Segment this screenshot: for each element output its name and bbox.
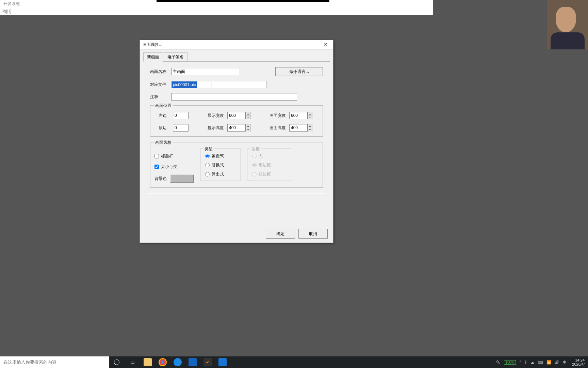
screen-name-input[interactable] xyxy=(171,68,239,75)
tray-chevron-icon[interactable]: ˄ xyxy=(519,360,521,365)
style-legend: 画面风格 xyxy=(154,140,173,145)
command-language-button[interactable]: 命令语言... xyxy=(275,67,323,76)
taskbar-app-blue1[interactable] xyxy=(170,356,185,368)
taskbar-app-chrome[interactable] xyxy=(155,356,170,368)
file-input[interactable]: pic00001.pic xyxy=(171,81,266,88)
top-input[interactable] xyxy=(173,124,189,132)
task-view-icon[interactable]: ▭ xyxy=(125,356,140,368)
dialog-titlebar[interactable]: 画面属性... ✕ xyxy=(140,40,333,50)
clock-date: 2020/4/ xyxy=(572,362,585,366)
left-input[interactable] xyxy=(173,112,189,119)
label-screen-w: 画面宽度 xyxy=(268,113,287,119)
spin-up-icon[interactable]: ▲ xyxy=(308,124,312,128)
top-bar xyxy=(157,0,329,2)
taskbar-app-orange[interactable]: ✔ xyxy=(200,356,215,368)
screen-height-stepper[interactable]: ▲▼ xyxy=(289,124,312,132)
taskbar: 在这里输入你要搜索的内容 ▭ ✔ 🔌 100% ˄ ᛒ ☁ ⌨ 📶 🔊 中 14… xyxy=(0,356,588,368)
label-top: 顶边 xyxy=(154,125,171,131)
webcam-overlay xyxy=(547,0,588,49)
bgcolor-label: 背景色 xyxy=(154,176,167,182)
bgcolor-swatch[interactable] xyxy=(170,174,194,183)
label-disp-w: 显示宽度 xyxy=(206,113,225,119)
menu-item[interactable]: 动[H] xyxy=(0,7,433,15)
display-width-input[interactable] xyxy=(227,112,246,119)
spin-down-icon[interactable]: ▼ xyxy=(246,128,250,132)
radio-cover[interactable]: 覆盖式 xyxy=(205,153,236,159)
display-height-input[interactable] xyxy=(227,124,246,132)
ime-indicator[interactable]: 中 xyxy=(563,360,567,365)
label-left: 左边 xyxy=(154,113,171,119)
radio-border-none: 无 xyxy=(252,153,286,159)
display-height-stepper[interactable]: ▲▼ xyxy=(227,124,250,132)
radio-border-thick: 粗边框 xyxy=(252,171,286,177)
clock-time: 14:24 xyxy=(572,358,585,362)
radio-border-thin: 细边框 xyxy=(252,162,286,168)
screen-width-input[interactable] xyxy=(289,112,308,119)
ok-button[interactable]: 确定 xyxy=(266,229,295,239)
label-disp-h: 显示高度 xyxy=(206,125,225,131)
system-tray: 🔌 100% ˄ ᛒ ☁ ⌨ 📶 🔊 中 14:24 2020/4/ xyxy=(496,358,588,366)
style-fieldset: 画面风格 标题杆 大小可变 背景色 xyxy=(150,142,323,188)
spin-up-icon[interactable]: ▲ xyxy=(246,112,250,116)
titlebar-checkbox-label: 标题杆 xyxy=(161,153,173,159)
battery-status[interactable]: 100% xyxy=(504,360,516,365)
type-fieldset: 类型 覆盖式 替换式 弹出式 xyxy=(200,149,241,181)
taskbar-app-doc[interactable] xyxy=(215,356,230,368)
taskbar-app-explorer[interactable] xyxy=(140,356,155,368)
resizable-checkbox-label: 大小可变 xyxy=(161,164,177,170)
type-legend: 类型 xyxy=(203,146,214,152)
border-fieldset: 边框 无 细边框 粗边框 xyxy=(247,149,291,181)
display-width-stepper[interactable]: ▲▼ xyxy=(227,112,250,119)
keyboard-icon[interactable]: ⌨ xyxy=(538,360,543,365)
position-fieldset: 画面位置 左边 显示宽度 ▲▼ 画面宽度 ▲▼ 顶边 显示 xyxy=(150,105,323,137)
bluetooth-icon[interactable]: ᛒ xyxy=(525,360,527,364)
divider xyxy=(147,193,326,194)
label-screen-h: 画面高度 xyxy=(268,125,287,131)
titlebar-checkbox[interactable]: 标题杆 xyxy=(154,153,194,159)
label-screen-name: 画面名称 xyxy=(150,69,171,75)
power-icon[interactable]: 🔌 xyxy=(496,360,501,365)
wifi-icon[interactable]: 📶 xyxy=(546,360,551,365)
spin-down-icon[interactable]: ▼ xyxy=(308,128,312,132)
titlebar-checkbox-input[interactable] xyxy=(154,154,159,158)
screen-properties-dialog: 画面属性... ✕ 新画面 电子签名 画面名称 命令语言... 对应文件 pic… xyxy=(140,40,333,243)
taskbar-app-blue2[interactable] xyxy=(185,356,200,368)
cancel-button[interactable]: 取消 xyxy=(298,229,328,239)
resizable-checkbox-input[interactable] xyxy=(154,165,159,169)
taskbar-search-input[interactable]: 在这里输入你要搜索的内容 xyxy=(0,356,109,368)
clock[interactable]: 14:24 2020/4/ xyxy=(570,358,587,366)
spin-up-icon[interactable]: ▲ xyxy=(308,112,312,116)
cloud-icon[interactable]: ☁ xyxy=(530,360,534,365)
spin-down-icon[interactable]: ▼ xyxy=(246,116,250,119)
position-legend: 画面位置 xyxy=(154,103,173,109)
label-comment: 注释 xyxy=(150,94,171,100)
spin-down-icon[interactable]: ▼ xyxy=(308,116,312,119)
tab-esign[interactable]: 电子签名 xyxy=(164,52,187,61)
file-input-value: pic00001.pic xyxy=(172,81,266,89)
dialog-title: 画面属性... xyxy=(143,42,321,48)
radio-popup[interactable]: 弹出式 xyxy=(205,171,236,177)
close-icon[interactable]: ✕ xyxy=(321,42,330,48)
border-legend: 边框 xyxy=(250,146,261,152)
radio-replace[interactable]: 替换式 xyxy=(205,162,236,168)
comment-input[interactable] xyxy=(171,93,297,101)
screen-height-input[interactable] xyxy=(289,124,308,132)
resizable-checkbox[interactable]: 大小可变 xyxy=(154,164,194,170)
volume-icon[interactable]: 🔊 xyxy=(555,360,559,365)
spin-up-icon[interactable]: ▲ xyxy=(246,124,250,128)
screen-width-stepper[interactable]: ▲▼ xyxy=(289,112,312,119)
tab-new-screen[interactable]: 新画面 xyxy=(143,52,163,62)
cortana-icon[interactable] xyxy=(109,356,125,368)
label-file: 对应文件 xyxy=(150,82,171,88)
